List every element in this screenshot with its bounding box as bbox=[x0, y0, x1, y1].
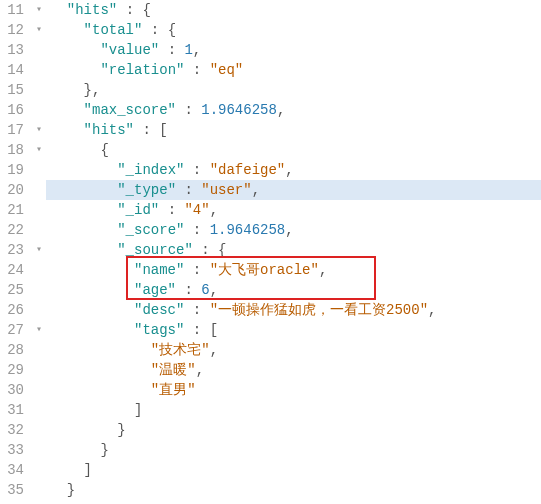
code-line: "max_score" : 1.9646258, bbox=[46, 100, 541, 120]
line-number: 30 bbox=[0, 380, 24, 400]
code-line: } bbox=[46, 420, 541, 440]
line-number: 12 bbox=[0, 20, 24, 40]
code-area[interactable]: "hits" : { "total" : { "value" : 1, "rel… bbox=[46, 0, 541, 500]
line-number: 18 bbox=[0, 140, 24, 160]
line-number: 27 bbox=[0, 320, 24, 340]
code-line-highlighted: "_type" : "user", bbox=[46, 180, 541, 200]
line-number: 21 bbox=[0, 200, 24, 220]
fold-marker[interactable]: ▾ bbox=[32, 320, 46, 340]
line-number: 20 bbox=[0, 180, 24, 200]
fold-marker[interactable]: ▾ bbox=[32, 140, 46, 160]
fold-marker[interactable]: ▾ bbox=[32, 120, 46, 140]
line-number: 26 bbox=[0, 300, 24, 320]
fold-column: ▾ ▾ ▾ ▾ ▾ ▾ bbox=[32, 0, 46, 500]
code-line: "tags" : [ bbox=[46, 320, 541, 340]
line-number: 19 bbox=[0, 160, 24, 180]
code-line: "技术宅", bbox=[46, 340, 541, 360]
line-number: 35 bbox=[0, 480, 24, 500]
code-line: }, bbox=[46, 80, 541, 100]
line-number: 32 bbox=[0, 420, 24, 440]
code-line: "_score" : 1.9646258, bbox=[46, 220, 541, 240]
code-line: { bbox=[46, 140, 541, 160]
line-number: 17 bbox=[0, 120, 24, 140]
line-number: 34 bbox=[0, 460, 24, 480]
line-number: 11 bbox=[0, 0, 24, 20]
line-number: 29 bbox=[0, 360, 24, 380]
code-line: "relation" : "eq" bbox=[46, 60, 541, 80]
line-number: 31 bbox=[0, 400, 24, 420]
line-number: 25 bbox=[0, 280, 24, 300]
line-number: 33 bbox=[0, 440, 24, 460]
line-number: 15 bbox=[0, 80, 24, 100]
fold-marker[interactable]: ▾ bbox=[32, 240, 46, 260]
line-number: 24 bbox=[0, 260, 24, 280]
code-editor: 11 12 13 14 15 16 17 18 19 20 21 22 23 2… bbox=[0, 0, 541, 500]
code-line: "desc" : "一顿操作猛如虎，一看工资2500", bbox=[46, 300, 541, 320]
code-line: "total" : { bbox=[46, 20, 541, 40]
code-line: } bbox=[46, 480, 541, 500]
fold-marker[interactable]: ▾ bbox=[32, 20, 46, 40]
code-line: "_index" : "dafeige", bbox=[46, 160, 541, 180]
code-line: ] bbox=[46, 400, 541, 420]
fold-marker[interactable]: ▾ bbox=[32, 0, 46, 20]
line-number: 28 bbox=[0, 340, 24, 360]
line-number-gutter: 11 12 13 14 15 16 17 18 19 20 21 22 23 2… bbox=[0, 0, 32, 500]
line-number: 13 bbox=[0, 40, 24, 60]
annotation-box bbox=[126, 256, 376, 300]
code-line: ] bbox=[46, 460, 541, 480]
line-number: 23 bbox=[0, 240, 24, 260]
code-line: "温暖", bbox=[46, 360, 541, 380]
code-line: "直男" bbox=[46, 380, 541, 400]
line-number: 16 bbox=[0, 100, 24, 120]
code-line: "value" : 1, bbox=[46, 40, 541, 60]
code-line: } bbox=[46, 440, 541, 460]
code-line: "hits" : [ bbox=[46, 120, 541, 140]
line-number: 14 bbox=[0, 60, 24, 80]
code-line: "_id" : "4", bbox=[46, 200, 541, 220]
line-number: 22 bbox=[0, 220, 24, 240]
code-line: "hits" : { bbox=[46, 0, 541, 20]
